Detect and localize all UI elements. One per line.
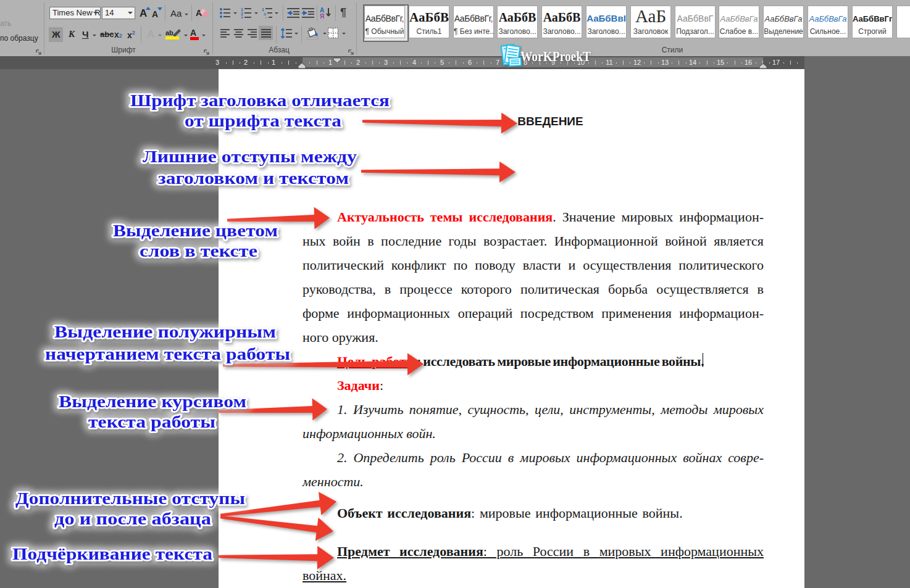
svg-text:Подчёркивание текста: Подчёркивание текста	[12, 544, 212, 563]
svg-text:заголовком и текстом: заголовком и текстом	[158, 168, 349, 188]
svg-text:WorKProekT: WorKProekT	[520, 48, 591, 64]
svg-text:текста работы: текста работы	[88, 412, 215, 431]
svg-text:Шрифт заголовка отличается: Шрифт заголовка отличается	[130, 91, 390, 110]
svg-text:от шрифта текста: от шрифта текста	[185, 111, 341, 130]
svg-text:Дополнительные отступы: Дополнительные отступы	[15, 489, 245, 508]
svg-text:до и после абзаца: до и после абзаца	[54, 509, 211, 528]
svg-text:Выделение цветом: Выделение цветом	[113, 221, 278, 240]
svg-text:слов в тексте: слов в тексте	[140, 241, 257, 260]
svg-text:Лишние отступы между: Лишние отступы между	[143, 147, 357, 166]
svg-text:начертанием текста работы: начертанием текста работы	[45, 344, 290, 363]
svg-text:Выделение курсивом: Выделение курсивом	[59, 392, 246, 411]
svg-text:Выделение полужирным: Выделение полужирным	[54, 322, 276, 341]
